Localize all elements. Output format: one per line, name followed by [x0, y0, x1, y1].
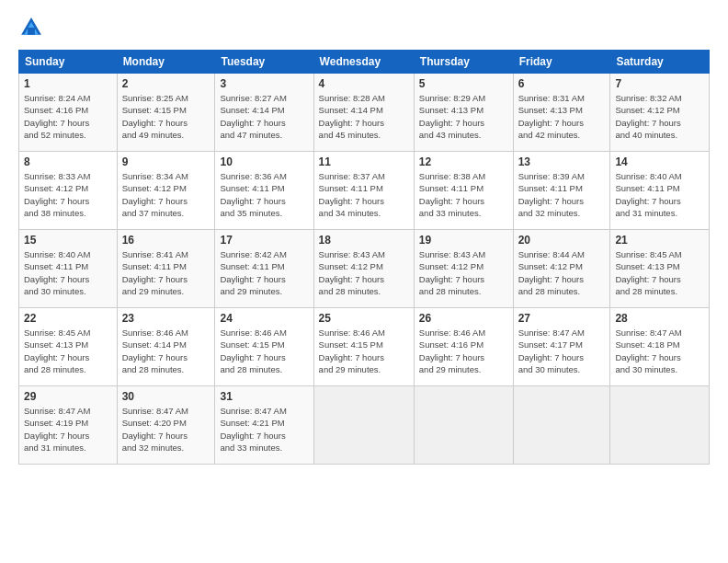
day-number: 18 [319, 234, 409, 247]
day-detail: Sunrise: 8:46 AMSunset: 4:14 PMDaylight:… [122, 327, 210, 375]
calendar-cell: 3Sunrise: 8:27 AMSunset: 4:14 PMDaylight… [215, 74, 313, 152]
day-number: 12 [419, 155, 508, 168]
calendar-cell: 29Sunrise: 8:47 AMSunset: 4:19 PMDayligh… [19, 386, 118, 465]
day-number: 2 [122, 77, 210, 90]
day-number: 10 [220, 155, 308, 168]
day-detail: Sunrise: 8:47 AMSunset: 4:20 PMDaylight:… [122, 405, 210, 454]
day-detail: Sunrise: 8:34 AMSunset: 4:12 PMDaylight:… [122, 170, 210, 219]
day-detail: Sunrise: 8:28 AMSunset: 4:14 PMDaylight:… [319, 92, 409, 141]
col-tuesday: Tuesday [215, 51, 313, 74]
day-detail: Sunrise: 8:45 AMSunset: 4:13 PMDaylight:… [24, 327, 112, 375]
calendar-cell: 6Sunrise: 8:31 AMSunset: 4:13 PMDaylight… [513, 74, 610, 152]
calendar-cell: 13Sunrise: 8:39 AMSunset: 4:11 PMDayligh… [513, 152, 610, 230]
day-detail: Sunrise: 8:27 AMSunset: 4:14 PMDaylight:… [220, 92, 308, 141]
page: Sunday Monday Tuesday Wednesday Thursday… [0, 0, 728, 563]
day-detail: Sunrise: 8:29 AMSunset: 4:13 PMDaylight:… [419, 92, 508, 141]
day-detail: Sunrise: 8:31 AMSunset: 4:13 PMDaylight:… [518, 92, 606, 141]
calendar-cell: 30Sunrise: 8:47 AMSunset: 4:20 PMDayligh… [117, 386, 215, 465]
day-detail: Sunrise: 8:38 AMSunset: 4:11 PMDaylight:… [419, 170, 508, 219]
calendar-cell: 24Sunrise: 8:46 AMSunset: 4:15 PMDayligh… [215, 308, 313, 386]
col-thursday: Thursday [414, 51, 513, 74]
calendar-cell: 8Sunrise: 8:33 AMSunset: 4:12 PMDaylight… [19, 152, 118, 230]
day-detail: Sunrise: 8:46 AMSunset: 4:15 PMDaylight:… [220, 327, 308, 375]
day-number: 17 [220, 234, 308, 247]
day-detail: Sunrise: 8:45 AMSunset: 4:13 PMDaylight:… [615, 248, 704, 297]
logo [18, 15, 48, 40]
calendar-cell: 5Sunrise: 8:29 AMSunset: 4:13 PMDaylight… [414, 74, 513, 152]
day-detail: Sunrise: 8:43 AMSunset: 4:12 PMDaylight:… [319, 248, 409, 297]
calendar-cell [313, 386, 414, 465]
calendar-cell: 4Sunrise: 8:28 AMSunset: 4:14 PMDaylight… [313, 74, 414, 152]
calendar-cell: 9Sunrise: 8:34 AMSunset: 4:12 PMDaylight… [117, 152, 215, 230]
day-detail: Sunrise: 8:25 AMSunset: 4:15 PMDaylight:… [122, 92, 210, 141]
day-number: 28 [615, 312, 704, 325]
day-detail: Sunrise: 8:40 AMSunset: 4:11 PMDaylight:… [24, 248, 112, 297]
logo-icon [18, 15, 44, 40]
day-number: 29 [24, 390, 112, 403]
calendar-cell: 26Sunrise: 8:46 AMSunset: 4:16 PMDayligh… [414, 308, 513, 386]
day-number: 23 [122, 312, 210, 325]
calendar-cell: 15Sunrise: 8:40 AMSunset: 4:11 PMDayligh… [19, 230, 118, 308]
day-detail: Sunrise: 8:39 AMSunset: 4:11 PMDaylight:… [518, 170, 606, 219]
col-wednesday: Wednesday [313, 51, 414, 74]
calendar-cell: 23Sunrise: 8:46 AMSunset: 4:14 PMDayligh… [117, 308, 215, 386]
day-number: 5 [419, 77, 508, 90]
calendar-cell: 17Sunrise: 8:42 AMSunset: 4:11 PMDayligh… [215, 230, 313, 308]
svg-rect-2 [28, 28, 35, 35]
day-number: 19 [419, 234, 508, 247]
day-detail: Sunrise: 8:47 AMSunset: 4:19 PMDaylight:… [24, 405, 112, 454]
calendar-cell [414, 386, 513, 465]
calendar-body: 1Sunrise: 8:24 AMSunset: 4:16 PMDaylight… [19, 74, 710, 465]
calendar-cell: 16Sunrise: 8:41 AMSunset: 4:11 PMDayligh… [117, 230, 215, 308]
day-number: 6 [518, 77, 606, 90]
col-monday: Monday [117, 51, 215, 74]
day-number: 30 [122, 390, 210, 403]
col-saturday: Saturday [610, 51, 710, 74]
col-sunday: Sunday [19, 51, 118, 74]
day-detail: Sunrise: 8:33 AMSunset: 4:12 PMDaylight:… [24, 170, 112, 219]
header [18, 15, 710, 40]
day-number: 27 [518, 312, 606, 325]
calendar-cell: 20Sunrise: 8:44 AMSunset: 4:12 PMDayligh… [513, 230, 610, 308]
calendar-table: Sunday Monday Tuesday Wednesday Thursday… [18, 50, 710, 465]
day-number: 14 [615, 155, 704, 168]
calendar-cell: 12Sunrise: 8:38 AMSunset: 4:11 PMDayligh… [414, 152, 513, 230]
day-number: 4 [319, 77, 409, 90]
day-detail: Sunrise: 8:32 AMSunset: 4:12 PMDaylight:… [615, 92, 704, 141]
day-detail: Sunrise: 8:36 AMSunset: 4:11 PMDaylight:… [220, 170, 308, 219]
day-detail: Sunrise: 8:47 AMSunset: 4:21 PMDaylight:… [220, 405, 308, 454]
calendar-cell [610, 386, 710, 465]
day-detail: Sunrise: 8:42 AMSunset: 4:11 PMDaylight:… [220, 248, 308, 297]
calendar-cell: 19Sunrise: 8:43 AMSunset: 4:12 PMDayligh… [414, 230, 513, 308]
day-detail: Sunrise: 8:47 AMSunset: 4:18 PMDaylight:… [615, 327, 704, 375]
calendar-cell: 7Sunrise: 8:32 AMSunset: 4:12 PMDaylight… [610, 74, 710, 152]
day-number: 21 [615, 234, 704, 247]
calendar-cell [513, 386, 610, 465]
day-number: 25 [319, 312, 409, 325]
day-number: 22 [24, 312, 112, 325]
calendar-cell: 10Sunrise: 8:36 AMSunset: 4:11 PMDayligh… [215, 152, 313, 230]
day-number: 9 [122, 155, 210, 168]
calendar-cell: 11Sunrise: 8:37 AMSunset: 4:11 PMDayligh… [313, 152, 414, 230]
calendar-cell: 1Sunrise: 8:24 AMSunset: 4:16 PMDaylight… [19, 74, 118, 152]
day-number: 11 [319, 155, 409, 168]
day-number: 24 [220, 312, 308, 325]
calendar-cell: 27Sunrise: 8:47 AMSunset: 4:17 PMDayligh… [513, 308, 610, 386]
calendar-cell: 18Sunrise: 8:43 AMSunset: 4:12 PMDayligh… [313, 230, 414, 308]
header-row: Sunday Monday Tuesday Wednesday Thursday… [19, 51, 710, 74]
day-detail: Sunrise: 8:44 AMSunset: 4:12 PMDaylight:… [518, 248, 606, 297]
day-number: 31 [220, 390, 308, 403]
day-detail: Sunrise: 8:40 AMSunset: 4:11 PMDaylight:… [615, 170, 704, 219]
day-detail: Sunrise: 8:46 AMSunset: 4:15 PMDaylight:… [319, 327, 409, 375]
day-number: 26 [419, 312, 508, 325]
day-detail: Sunrise: 8:37 AMSunset: 4:11 PMDaylight:… [319, 170, 409, 219]
day-detail: Sunrise: 8:46 AMSunset: 4:16 PMDaylight:… [419, 327, 508, 375]
calendar-cell: 28Sunrise: 8:47 AMSunset: 4:18 PMDayligh… [610, 308, 710, 386]
day-number: 15 [24, 234, 112, 247]
col-friday: Friday [513, 51, 610, 74]
calendar-header: Sunday Monday Tuesday Wednesday Thursday… [19, 51, 710, 74]
day-detail: Sunrise: 8:24 AMSunset: 4:16 PMDaylight:… [24, 92, 112, 141]
day-number: 8 [24, 155, 112, 168]
calendar-cell: 14Sunrise: 8:40 AMSunset: 4:11 PMDayligh… [610, 152, 710, 230]
day-number: 13 [518, 155, 606, 168]
